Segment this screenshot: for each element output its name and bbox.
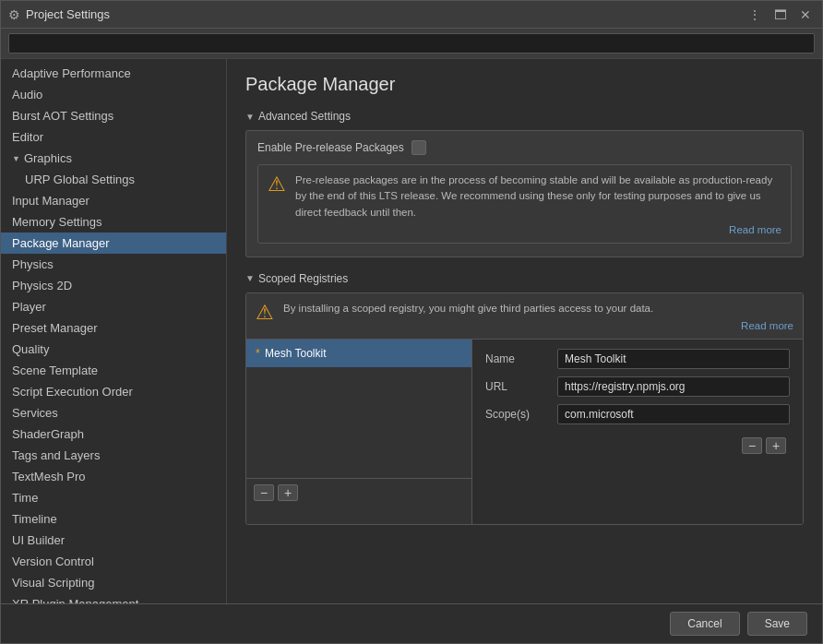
sidebar-item-time[interactable]: Time (1, 487, 226, 508)
sidebar-item-physics-2d[interactable]: Physics 2D (1, 275, 226, 296)
sidebar: Adaptive Performance Audio Burst AOT Set… (1, 59, 227, 603)
chevron-down-icon: ▼ (12, 154, 20, 163)
warning-icon: ⚠ (268, 174, 286, 195)
settings-icon: ⚙ (8, 7, 20, 22)
search-bar: 🔍 (1, 29, 822, 59)
sidebar-item-timeline[interactable]: Timeline (1, 508, 226, 530)
sidebar-item-editor[interactable]: Editor (1, 126, 226, 148)
sidebar-item-urp[interactable]: URP Global Settings (1, 169, 226, 190)
registry-list-empty (246, 367, 471, 478)
prerelease-info-text: Pre-release packages are in the process … (295, 174, 772, 218)
sidebar-item-graphics[interactable]: ▼ Graphics (1, 148, 226, 169)
prerelease-read-more-link[interactable]: Read more (295, 224, 781, 235)
search-input[interactable] (8, 33, 815, 54)
registry-list-item-mesh-toolkit[interactable]: * Mesh Toolkit (246, 340, 471, 367)
enable-prerelease-row: Enable Pre-release Packages (257, 140, 792, 155)
enable-prerelease-label: Enable Pre-release Packages (257, 141, 404, 154)
registry-warning-text: By installing a scoped registry, you mig… (283, 303, 653, 314)
sidebar-item-graphics-label: Graphics (24, 151, 72, 165)
registry-warning-icon: ⚠ (256, 303, 274, 323)
scope-btn-row: − + (485, 432, 790, 458)
sidebar-item-version-control[interactable]: Version Control (1, 551, 226, 572)
sidebar-item-services[interactable]: Services (1, 402, 226, 423)
scoped-registries-box: ⚠ By installing a scoped registry, you m… (245, 292, 804, 525)
sidebar-item-visual-scripting[interactable]: Visual Scripting (1, 572, 226, 593)
sidebar-item-preset-manager[interactable]: Preset Manager (1, 317, 226, 339)
registry-list: * Mesh Toolkit − + (246, 340, 472, 524)
window-title: Project Settings (26, 7, 110, 21)
scoped-registries-header: ▼ Scoped Registries (245, 272, 804, 285)
sidebar-item-input-manager[interactable]: Input Manager (1, 190, 226, 211)
registry-add-button[interactable]: + (278, 484, 298, 501)
scope-add-button[interactable]: + (766, 437, 786, 454)
search-wrapper: 🔍 (8, 33, 815, 54)
name-field-row: Name (485, 349, 790, 369)
sidebar-item-shadergraph[interactable]: ShaderGraph (1, 423, 226, 445)
sidebar-item-textmesh[interactable]: TextMesh Pro (1, 466, 226, 487)
section-collapse-icon: ▼ (245, 112, 255, 122)
registry-read-more-link[interactable]: Read more (283, 320, 793, 331)
advanced-settings-label: Advanced Settings (258, 110, 351, 123)
registry-item-label: Mesh Toolkit (265, 347, 326, 360)
sidebar-item-adaptive-performance[interactable]: Adaptive Performance (1, 63, 226, 84)
asterisk-icon: * (256, 347, 260, 360)
title-bar: ⚙ Project Settings ⋮ 🗖 ✕ (1, 1, 822, 29)
url-field-row: URL (485, 376, 790, 397)
title-bar-left: ⚙ Project Settings (8, 7, 110, 22)
sidebar-item-quality[interactable]: Quality (1, 339, 226, 360)
sidebar-item-audio[interactable]: Audio (1, 84, 226, 105)
sidebar-item-memory-settings[interactable]: Memory Settings (1, 211, 226, 233)
advanced-settings-section: ▼ Advanced Settings Enable Pre-release P… (245, 110, 804, 257)
save-button[interactable]: Save (747, 612, 807, 636)
registry-remove-button[interactable]: − (254, 484, 274, 501)
sidebar-item-tags-layers[interactable]: Tags and Layers (1, 445, 226, 466)
name-field-input[interactable] (557, 349, 790, 369)
name-field-label: Name (485, 352, 550, 365)
registry-warning-box: ⚠ By installing a scoped registry, you m… (246, 293, 803, 340)
advanced-settings-header: ▼ Advanced Settings (245, 110, 804, 123)
registry-warning-content: By installing a scoped registry, you mig… (283, 301, 793, 331)
prerelease-info-box: ⚠ Pre-release packages are in the proces… (257, 164, 792, 244)
dots-button[interactable]: ⋮ (745, 6, 765, 23)
sidebar-item-ui-builder[interactable]: UI Builder (1, 530, 226, 551)
close-button[interactable]: ✕ (796, 6, 815, 23)
title-bar-right: ⋮ 🗖 ✕ (745, 6, 815, 23)
registry-list-buttons: − + (246, 478, 471, 507)
sidebar-item-burst-aot[interactable]: Burst AOT Settings (1, 105, 226, 126)
sidebar-item-xr-plugin[interactable]: XR Plugin Management (1, 593, 226, 603)
scope-field-label: Scope(s) (485, 408, 550, 421)
prerelease-info-content: Pre-release packages are in the process … (295, 173, 781, 235)
registry-detail: Name URL Scope(s) (472, 340, 803, 524)
sidebar-item-package-manager[interactable]: Package Manager (1, 233, 226, 254)
main-window: ⚙ Project Settings ⋮ 🗖 ✕ 🔍 Adaptive Perf… (0, 0, 823, 644)
advanced-settings-content: Enable Pre-release Packages ⚠ Pre-releas… (245, 130, 804, 257)
scoped-section-collapse-icon: ▼ (245, 273, 255, 283)
scope-field-input[interactable] (557, 404, 790, 424)
maximize-button[interactable]: 🗖 (770, 6, 791, 23)
sidebar-item-player[interactable]: Player (1, 296, 226, 317)
sidebar-item-script-exec[interactable]: Script Execution Order (1, 381, 226, 402)
scoped-registries-label: Scoped Registries (258, 272, 348, 285)
sidebar-item-physics[interactable]: Physics (1, 254, 226, 275)
scope-remove-button[interactable]: − (742, 437, 762, 454)
panel-title: Package Manager (245, 74, 804, 95)
footer-bar: Cancel Save (1, 603, 822, 643)
cancel-button[interactable]: Cancel (670, 612, 739, 636)
sidebar-item-scene-template[interactable]: Scene Template (1, 360, 226, 381)
url-field-input[interactable] (557, 376, 790, 397)
url-field-label: URL (485, 380, 550, 393)
enable-prerelease-checkbox[interactable] (412, 140, 426, 155)
main-content: Adaptive Performance Audio Burst AOT Set… (1, 59, 822, 603)
content-panel: Package Manager ▼ Advanced Settings Enab… (227, 59, 822, 603)
registry-grid: * Mesh Toolkit − + (246, 340, 803, 524)
scoped-registries-section: ▼ Scoped Registries ⚠ By installing a sc… (245, 272, 804, 525)
scope-field-row: Scope(s) (485, 404, 790, 424)
